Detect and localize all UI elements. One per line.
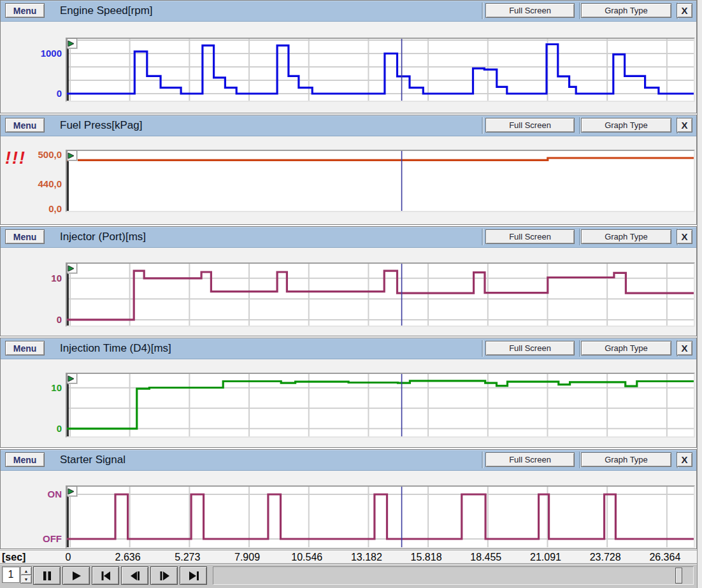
time-tick-label: 15.818 (411, 552, 442, 563)
step-back-icon (129, 570, 141, 582)
panel-header: MenuInjection Time (D4)[ms]Full ScreenGr… (1, 338, 696, 359)
menu-button[interactable]: Menu (5, 118, 45, 133)
step-forward-button[interactable] (150, 566, 178, 585)
time-tick-label: 7.909 (234, 552, 260, 563)
plot-area[interactable] (66, 485, 695, 549)
trace-marker-flag[interactable] (67, 373, 77, 384)
panel-header: MenuEngine Speed[rpm]Full ScreenGraph Ty… (1, 1, 696, 22)
graph-type-button[interactable]: Graph Type (581, 3, 671, 18)
header-divider (482, 340, 483, 357)
header-divider (579, 229, 580, 245)
flag-triangle (68, 489, 74, 494)
header-divider (482, 452, 483, 468)
trace-marker-flag[interactable] (67, 38, 77, 48)
skip-to-start-button[interactable] (92, 566, 119, 585)
y-axis-label: 0 (1, 88, 62, 99)
marker-flag-icon (68, 265, 75, 273)
header-divider (482, 3, 483, 19)
playback-speed-input[interactable]: 1 (2, 566, 20, 583)
waveform-canvas (67, 487, 694, 547)
graph-type-button[interactable]: Graph Type (581, 341, 671, 355)
time-tick-label: 5.273 (175, 552, 200, 563)
flag-triangle (68, 376, 74, 382)
panel-header: MenuInjector (Port)[ms]Full ScreenGraph … (1, 227, 696, 248)
timeline-scrollbar-thumb[interactable] (675, 568, 682, 584)
pause-icon (41, 570, 54, 582)
graph-panel-injection-time: MenuInjection Time (D4)[ms]Full ScreenGr… (0, 338, 697, 448)
full-screen-button[interactable]: Full Screen (485, 452, 575, 467)
full-screen-button[interactable]: Full Screen (485, 341, 575, 355)
graph-type-button[interactable]: Graph Type (581, 229, 671, 244)
y-axis-label: OFF (1, 533, 62, 545)
pause-button[interactable] (33, 566, 61, 585)
waveform-canvas (67, 39, 694, 101)
trace-marker-flag[interactable] (67, 263, 77, 273)
header-divider (482, 117, 483, 134)
plot-area[interactable] (66, 262, 695, 327)
waveform-canvas (67, 264, 694, 326)
header-divider (579, 452, 580, 468)
panel-header: MenuFuel Press[kPag]Full ScreenGraph Typ… (1, 115, 696, 136)
full-screen-button[interactable]: Full Screen (485, 3, 575, 18)
trace-marker-flag[interactable] (67, 150, 77, 161)
time-tick-label: 21.091 (530, 552, 561, 563)
graph-panel-starter-signal: MenuStarter SignalFull ScreenGraph TypeX… (0, 449, 697, 549)
marker-flag-icon (68, 40, 75, 48)
graph-panel-injector-port: MenuInjector (Port)[ms]Full ScreenGraph … (0, 226, 697, 336)
skip-to-end-icon (187, 570, 200, 582)
time-tick-label: 26.364 (649, 552, 680, 563)
trace-marker-flag[interactable] (67, 486, 77, 496)
time-tick-label: 2.636 (115, 552, 141, 563)
close-button[interactable]: X (677, 229, 692, 244)
step-back-button[interactable] (121, 566, 148, 585)
header-divider (579, 117, 580, 134)
window-right-scrollbar[interactable] (697, 0, 702, 588)
close-button[interactable]: X (677, 452, 692, 467)
close-button[interactable]: X (677, 118, 692, 133)
time-tick-label: 10.546 (291, 552, 322, 563)
spin-down-button[interactable]: ▼ (20, 575, 32, 584)
plot-area[interactable] (66, 150, 695, 212)
panel-title: Starter Signal (60, 454, 125, 466)
flag-triangle (68, 153, 74, 159)
y-axis-label: 500,0 (1, 149, 62, 161)
menu-button[interactable]: Menu (5, 341, 45, 355)
spin-up-button[interactable]: ▲ (20, 566, 32, 575)
close-button[interactable]: X (677, 3, 692, 18)
y-axis-label: ON (1, 489, 62, 500)
waveform-trace (67, 494, 694, 539)
panel-title: Engine Speed[rpm] (60, 4, 153, 17)
panel-title: Injector (Port)[ms] (60, 231, 146, 243)
y-axis-label: 0 (1, 314, 62, 326)
time-tick-label: 13.182 (351, 552, 382, 563)
marker-flag-icon (68, 152, 75, 160)
graph-type-button[interactable]: Graph Type (581, 452, 671, 467)
play-button[interactable] (62, 566, 90, 585)
full-screen-button[interactable]: Full Screen (485, 229, 575, 244)
time-tick-label: 18.455 (470, 552, 501, 563)
y-axis-label: 0 (1, 423, 62, 434)
timeline-scrollbar-track[interactable] (213, 566, 694, 585)
time-axis: [sec] 02.6365.2737.90910.54613.18215.818… (0, 550, 697, 564)
full-screen-button[interactable]: Full Screen (485, 118, 575, 133)
header-divider (579, 340, 580, 357)
header-divider (579, 3, 580, 19)
waveform-canvas (67, 151, 694, 211)
time-tick-label: 23.728 (590, 552, 621, 563)
graph-panel-engine-speed: MenuEngine Speed[rpm]Full ScreenGraph Ty… (0, 0, 697, 113)
plot-area[interactable] (66, 38, 695, 102)
transport-bar: 1 ▲ ▼ (0, 563, 697, 588)
time-axis-unit: [sec] (2, 552, 25, 563)
y-axis-label: 10 (1, 273, 62, 284)
menu-button[interactable]: Menu (5, 3, 45, 18)
menu-button[interactable]: Menu (5, 452, 45, 467)
graph-type-button[interactable]: Graph Type (581, 118, 671, 133)
menu-button[interactable]: Menu (5, 229, 45, 244)
play-icon (70, 570, 83, 582)
close-button[interactable]: X (677, 341, 692, 355)
skip-to-end-button[interactable] (180, 566, 207, 585)
plot-area[interactable] (66, 373, 695, 438)
panel-header: MenuStarter SignalFull ScreenGraph TypeX (1, 450, 696, 471)
waveform-trace (67, 158, 694, 160)
y-axis-label: 0,0 (1, 203, 62, 215)
